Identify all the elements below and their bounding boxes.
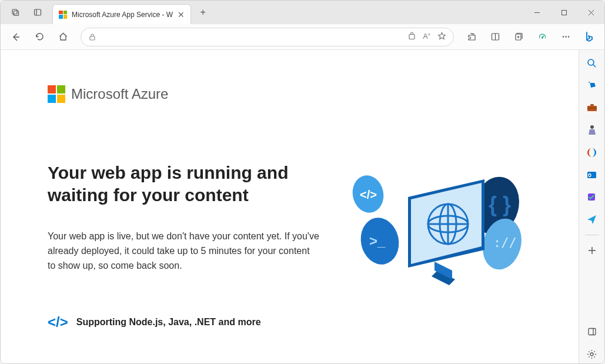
- extensions-icon[interactable]: [461, 26, 482, 48]
- bing-button[interactable]: [579, 26, 600, 48]
- brand-logo: Microsoft Azure: [48, 85, 532, 103]
- svg-rect-9: [90, 36, 95, 40]
- page-heading: Your web app is running and waiting for …: [48, 162, 320, 206]
- edge-sidebar: [579, 50, 604, 363]
- browser-tab[interactable]: Microsoft Azure App Service - W ✕: [52, 4, 191, 24]
- address-bar[interactable]: A»: [81, 28, 454, 46]
- microsoft-logo-icon: [48, 85, 65, 103]
- tab-actions-icon[interactable]: [5, 2, 25, 22]
- collections-icon[interactable]: [508, 26, 529, 48]
- toolbar: A»: [1, 24, 604, 50]
- titlebar: Microsoft Azure App Service - W ✕ +: [1, 1, 604, 24]
- sidebar-shopping-icon[interactable]: [583, 76, 601, 95]
- svg-point-38: [588, 59, 594, 65]
- tab-title: Microsoft Azure App Service - W: [72, 11, 173, 19]
- sidebar-search-icon[interactable]: [583, 54, 601, 72]
- read-aloud-icon[interactable]: A»: [423, 32, 430, 42]
- close-tab-icon[interactable]: ✕: [178, 10, 185, 19]
- more-button[interactable]: [555, 26, 576, 48]
- sidebar-send-icon[interactable]: [583, 210, 601, 229]
- lock-icon: [88, 33, 96, 41]
- hero-illustration: { } ://: [343, 162, 532, 291]
- sidebar-games-icon[interactable]: [583, 121, 601, 139]
- split-screen-icon[interactable]: [484, 26, 506, 48]
- sidebar-outlook-icon[interactable]: [583, 165, 601, 184]
- svg-rect-0: [12, 9, 17, 14]
- svg-point-52: [590, 353, 593, 356]
- sidebar-feedback-icon[interactable]: [583, 188, 601, 206]
- performance-icon[interactable]: [532, 26, 553, 48]
- vertical-tabs-icon[interactable]: [28, 2, 48, 22]
- svg-rect-1: [14, 11, 19, 16]
- svg-text:{ }: { }: [489, 192, 511, 216]
- svg-text:</>: </>: [360, 188, 377, 201]
- minimize-button[interactable]: [523, 1, 550, 24]
- svg-text:://: ://: [493, 235, 517, 250]
- home-button[interactable]: [52, 26, 73, 48]
- microsoft-favicon-icon: [59, 11, 67, 19]
- svg-rect-42: [587, 108, 597, 109]
- back-button[interactable]: [5, 26, 26, 48]
- refresh-button[interactable]: [29, 26, 50, 48]
- svg-rect-10: [409, 34, 415, 39]
- maximize-button[interactable]: [550, 1, 577, 24]
- favorite-icon[interactable]: [437, 32, 446, 42]
- sidebar-hide-icon[interactable]: [583, 322, 601, 341]
- close-window-button[interactable]: [577, 1, 604, 24]
- sidebar-settings-icon[interactable]: [583, 345, 601, 363]
- svg-rect-50: [589, 329, 596, 335]
- sidebar-office-icon[interactable]: [583, 143, 601, 162]
- svg-text:>_: >_: [369, 233, 386, 249]
- brand-name: Microsoft Azure: [71, 86, 168, 102]
- sidebar-tools-icon[interactable]: [583, 98, 601, 117]
- svg-line-39: [593, 65, 596, 67]
- shopping-icon[interactable]: [407, 32, 416, 42]
- sidebar-add-icon[interactable]: [583, 241, 601, 260]
- svg-rect-2: [35, 9, 41, 15]
- svg-point-19: [565, 36, 566, 37]
- svg-point-20: [567, 36, 569, 37]
- code-icon: </>: [48, 314, 68, 330]
- support-text: Supporting Node.js, Java, .NET and more: [76, 317, 261, 328]
- page-description: Your web app is live, but we don't have …: [48, 229, 320, 273]
- svg-point-18: [562, 36, 563, 37]
- svg-rect-5: [561, 10, 566, 15]
- page-content: Microsoft Azure Your web app is running …: [1, 50, 579, 363]
- svg-rect-41: [590, 104, 594, 106]
- support-line: </> Supporting Node.js, Java, .NET and m…: [48, 314, 320, 330]
- svg-point-43: [590, 125, 594, 129]
- new-tab-button[interactable]: +: [195, 4, 211, 21]
